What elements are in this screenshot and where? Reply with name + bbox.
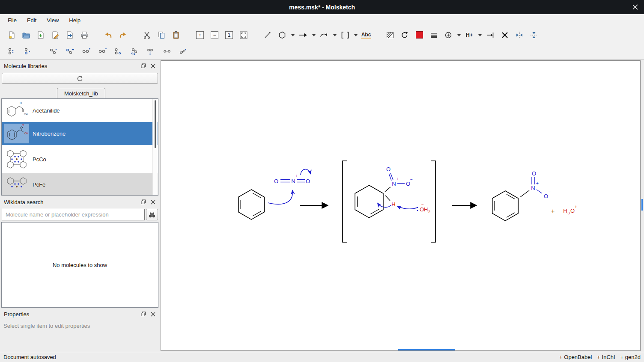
save-button[interactable] (33, 29, 48, 42)
tab-molsketch-lib[interactable]: Molsketch_lib (57, 88, 105, 98)
ring-tool[interactable] (275, 29, 289, 42)
print-button[interactable] (77, 29, 92, 42)
text-tool[interactable]: Abc (359, 29, 373, 42)
line-width-tool[interactable] (426, 29, 441, 42)
bracket-tool-dropdown[interactable] (352, 29, 359, 42)
hydronium-ion[interactable]: H 3 O + (563, 205, 577, 216)
atom-label-o[interactable]: O (274, 178, 278, 184)
flip-vertical-button[interactable] (527, 29, 541, 42)
mechanism-arrow-tool[interactable] (317, 29, 331, 42)
list-item-nitrobenzene[interactable]: O OH Nitrobenzene (2, 122, 158, 145)
atom-label-n[interactable]: N (392, 181, 396, 187)
zoom-in-button[interactable]: + (193, 29, 207, 42)
product-ring[interactable] (492, 191, 519, 221)
list-item-pcfe[interactable]: PcFe (2, 173, 158, 196)
atom-label-o[interactable]: O (386, 166, 391, 172)
hydrogen-tool-dropdown[interactable] (477, 29, 483, 42)
copy-button[interactable] (154, 29, 169, 42)
window-close-button[interactable] (632, 4, 638, 10)
zoom-original-button[interactable]: 1 (222, 29, 236, 42)
properties-float-button[interactable] (140, 311, 146, 317)
paste-button[interactable] (169, 29, 183, 42)
mechanism-arrow-rearomatize[interactable] (378, 203, 391, 207)
drawing-canvas[interactable]: O N + O O (161, 60, 641, 351)
atom-label-o[interactable]: O (532, 170, 536, 177)
scrollbar-thumb[interactable] (155, 100, 156, 148)
modify-lone-pair-remove-tool[interactable] (20, 45, 36, 58)
bracket-right[interactable] (431, 161, 435, 242)
atom-label-h[interactable]: H (391, 201, 395, 208)
wikidata-float-button[interactable] (140, 199, 146, 205)
modify-hydrogen-remove-tool[interactable] (127, 45, 143, 58)
bracket-left[interactable] (343, 161, 347, 242)
reaction-arrow-dropdown[interactable] (310, 29, 317, 42)
new-file-button[interactable] (4, 29, 19, 42)
refresh-libraries-button[interactable] (2, 73, 158, 84)
menu-view[interactable]: View (42, 15, 64, 26)
properties-close-button[interactable] (150, 311, 156, 317)
benzene-reactant[interactable] (239, 190, 265, 220)
arenium-intermediate[interactable]: O N + O − H OH 2 − (343, 161, 435, 242)
draw-bond-tool[interactable] (260, 29, 275, 42)
menu-file[interactable]: File (3, 15, 22, 26)
atom-label-oh[interactable]: OH (420, 206, 428, 213)
undo-button[interactable] (101, 29, 116, 42)
bracket-tool[interactable] (338, 29, 352, 42)
modify-connect-tool[interactable] (143, 45, 159, 58)
nitro-group-intermediate[interactable]: O N + O − (385, 166, 413, 192)
modify-radical-add-tool[interactable] (45, 45, 62, 58)
atom-label-n[interactable]: N (291, 178, 295, 184)
atom-label-o[interactable]: O (406, 181, 410, 187)
mechanism-arrow-deprotonation[interactable] (397, 206, 417, 209)
search-button[interactable] (146, 209, 158, 220)
merge-molecules-tool[interactable] (483, 29, 498, 42)
save-as-button[interactable] (48, 29, 63, 42)
modify-bond-order-tool[interactable] (176, 45, 192, 58)
redo-button[interactable] (116, 29, 130, 42)
atom-label-o[interactable]: O (570, 208, 575, 214)
water-base[interactable]: OH 2 − (417, 202, 430, 214)
nitrobenzene-product[interactable]: O N + O − (492, 170, 551, 221)
atom-label-h[interactable]: H (563, 208, 567, 214)
export-button[interactable] (63, 29, 77, 42)
mechanism-arrow-pi-shift[interactable] (301, 169, 310, 175)
delete-tool[interactable] (498, 29, 512, 42)
reaction-arrow-tool[interactable] (296, 29, 310, 42)
atom-label-o[interactable]: O (306, 178, 310, 184)
zoom-fit-button[interactable] (236, 29, 251, 42)
mechanism-arrow-attack[interactable] (268, 190, 292, 204)
modify-lone-pair-add-tool[interactable] (3, 45, 20, 58)
molecule-search-input[interactable] (2, 209, 145, 220)
color-picker-button[interactable] (412, 29, 426, 42)
menu-help[interactable]: Help (64, 15, 86, 26)
rotate-tool[interactable] (397, 29, 412, 42)
open-file-button[interactable] (19, 29, 33, 42)
modify-hydrogen-add-tool[interactable] (110, 45, 127, 58)
libraries-float-button[interactable] (140, 63, 146, 69)
flip-horizontal-button[interactable] (512, 29, 527, 42)
list-item-pcco[interactable]: PcCo (2, 145, 158, 173)
modify-disconnect-tool[interactable] (159, 45, 176, 58)
zoom-out-button[interactable]: − (207, 29, 222, 42)
libraries-close-button[interactable] (150, 63, 156, 69)
charge-tool[interactable] (441, 29, 456, 42)
cut-button[interactable] (140, 29, 154, 42)
list-item-acetanilide[interactable]: H CH Acetanilide (2, 99, 158, 122)
ring-tool-dropdown[interactable] (289, 29, 296, 42)
atom-label-n[interactable]: N (531, 185, 535, 191)
atom-label-o[interactable]: O (544, 193, 548, 199)
modify-charge-add-tool[interactable] (78, 45, 94, 58)
canvas-horizontal-scrollbar[interactable] (398, 349, 455, 350)
hydrogen-tool[interactable]: H+ (462, 29, 477, 42)
library-list-scrollbar[interactable] (152, 99, 158, 195)
hatch-pattern-tool[interactable] (383, 29, 397, 42)
charge-tool-dropdown[interactable] (456, 29, 462, 42)
wikidata-close-button[interactable] (150, 199, 156, 205)
mechanism-arrow-dropdown[interactable] (331, 29, 338, 42)
modify-radical-remove-tool[interactable] (62, 45, 78, 58)
canvas-vertical-scrollbar[interactable] (641, 199, 643, 211)
nitronium-ion[interactable]: O N + O (274, 174, 310, 184)
arenium-ring[interactable] (355, 185, 383, 218)
menu-edit[interactable]: Edit (22, 15, 42, 26)
modify-charge-remove-tool[interactable] (94, 45, 110, 58)
